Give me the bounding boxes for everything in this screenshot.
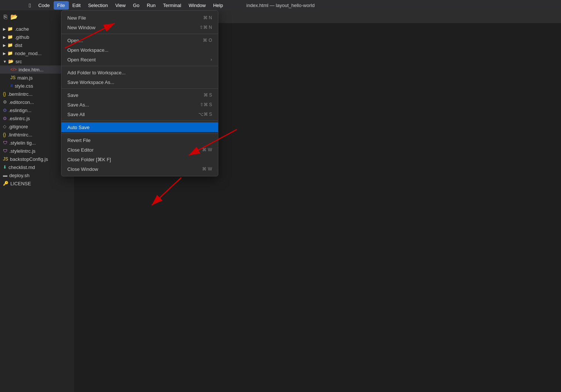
eslintrc-file-icon: ⊙	[3, 116, 7, 121]
menu-new-file[interactable]: New File ⌘ N	[61, 13, 218, 23]
js-file-icon: JS	[10, 75, 16, 80]
folder-open-icon: 📂	[8, 59, 14, 64]
stylelintrc-file-icon: 🛡	[3, 148, 7, 153]
menu-close-folder[interactable]: Close Folder [⌘K F]	[61, 155, 218, 164]
separator-2	[61, 66, 218, 66]
menu-open-workspace[interactable]: Open Workspace...	[61, 45, 218, 55]
html-file-icon: </>	[10, 67, 17, 72]
menu-add-folder[interactable]: Add Folder to Workspace...	[61, 68, 218, 77]
folder-icon: 📁	[7, 26, 13, 31]
separator-1	[61, 34, 218, 34]
file-menu-dropdown[interactable]: New File ⌘ N New Window ⇧⌘ N Open... ⌘ O…	[61, 10, 218, 176]
lint-file-icon: {}	[3, 132, 6, 137]
new-file-icon[interactable]: ⎘	[4, 14, 7, 20]
license-file-icon: 🔑	[3, 181, 9, 186]
menu-save-as[interactable]: Save As... ⇧⌘ S	[61, 100, 218, 109]
menu-go[interactable]: Go	[129, 1, 143, 10]
menu-selection[interactable]: Selection	[84, 1, 111, 10]
menu-auto-save[interactable]: Auto Save	[61, 122, 218, 132]
folder-icon: 📁	[7, 51, 13, 56]
menu-revert-file[interactable]: Revert File	[61, 135, 218, 145]
menu-terminal[interactable]: Terminal	[159, 1, 185, 10]
menu-close-editor[interactable]: Close Editor ⌘ W	[61, 145, 218, 155]
menu-apple[interactable]: 	[25, 1, 34, 10]
menu-run[interactable]: Run	[143, 1, 159, 10]
chevron-right-icon: ▶	[3, 43, 6, 47]
menu-new-window[interactable]: New Window ⇧⌘ N	[61, 23, 218, 32]
menu-file[interactable]: File	[54, 1, 69, 10]
separator-4	[61, 121, 218, 121]
separator-5	[61, 134, 218, 134]
menu-edit[interactable]: Edit	[69, 1, 84, 10]
stylelint-file-icon: 🛡	[3, 140, 7, 145]
tree-item-license[interactable]: 🔑 LICENSE	[0, 179, 74, 187]
chevron-right-icon: ▶	[3, 27, 6, 31]
gear-file-icon: ⚙	[3, 99, 7, 105]
folder-icon: 📁	[7, 43, 13, 48]
md-file-icon: ⬇	[3, 165, 7, 170]
git-file-icon: ◇	[3, 124, 6, 129]
menu-open[interactable]: Open... ⌘ O	[61, 36, 218, 45]
menu-code[interactable]: Code	[34, 1, 53, 10]
separator-3	[61, 88, 218, 89]
chevron-right-icon: ▶	[3, 35, 6, 39]
menu-save-workspace-as[interactable]: Save Workspace As...	[61, 77, 218, 87]
menu-window[interactable]: Window	[185, 1, 209, 10]
sh-file-icon: ▬	[3, 173, 7, 178]
chevron-down-icon: ▼	[3, 60, 7, 64]
menu-view[interactable]: View	[111, 1, 129, 10]
eslint-file-icon: ⊙	[3, 108, 7, 113]
window-title: index.html — layout_hello-world	[246, 3, 315, 8]
menu-help[interactable]: Help	[209, 1, 227, 10]
menu-save[interactable]: Save ⌘ S	[61, 90, 218, 100]
chevron-right-icon: ▶	[3, 51, 6, 55]
css-file-icon: #	[10, 83, 13, 88]
title-bar:  Code File Edit Selection View Go Run T…	[0, 0, 561, 10]
backstop-file-icon: JS	[3, 156, 8, 162]
folder-icon: 📁	[7, 34, 13, 40]
menu-save-all[interactable]: Save All ⌥⌘ S	[61, 109, 218, 119]
menu-close-window[interactable]: Close Window ⌘ W	[61, 164, 218, 174]
json-file-icon: {}	[3, 91, 6, 97]
new-folder-icon[interactable]: 📂	[10, 13, 18, 20]
menu-open-recent[interactable]: Open Recent ›	[61, 55, 218, 64]
